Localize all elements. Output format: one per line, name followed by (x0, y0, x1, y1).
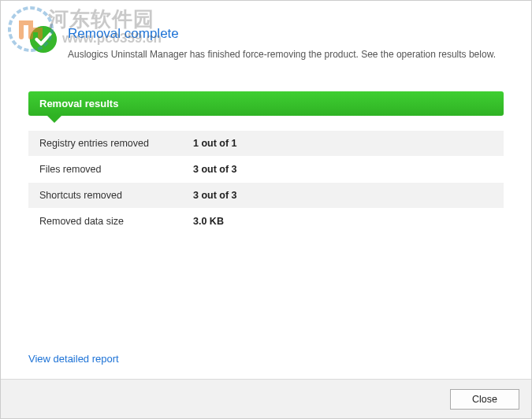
result-label: Registry entries removed (39, 138, 193, 149)
result-label: Removed data size (39, 216, 193, 227)
main-content: Removal complete Auslogics Uninstall Man… (1, 1, 531, 234)
page-subtitle: Auslogics Uninstall Manager has finished… (68, 48, 504, 61)
result-value: 3 out of 3 (193, 164, 237, 175)
view-detailed-report-link[interactable]: View detailed report (28, 353, 119, 365)
table-row: Removed data size 3.0 KB (28, 208, 504, 234)
footer-bar: Close (1, 379, 531, 418)
page-title: Removal complete (68, 26, 504, 42)
table-row: Files removed 3 out of 3 (28, 156, 504, 182)
result-value: 1 out of 1 (193, 138, 237, 149)
result-label: Files removed (39, 164, 193, 175)
close-button[interactable]: Close (450, 389, 519, 410)
table-row: Registry entries removed 1 out of 1 (28, 130, 504, 156)
results-section-header: Removal results (28, 91, 504, 116)
table-row: Shortcuts removed 3 out of 3 (28, 182, 504, 208)
result-label: Shortcuts removed (39, 190, 193, 201)
result-value: 3.0 KB (193, 216, 224, 227)
header-row: Removal complete Auslogics Uninstall Man… (28, 24, 504, 61)
success-check-icon (28, 24, 58, 54)
results-table: Registry entries removed 1 out of 1 File… (28, 130, 504, 234)
result-value: 3 out of 3 (193, 190, 237, 201)
results-section-title: Removal results (39, 98, 118, 109)
